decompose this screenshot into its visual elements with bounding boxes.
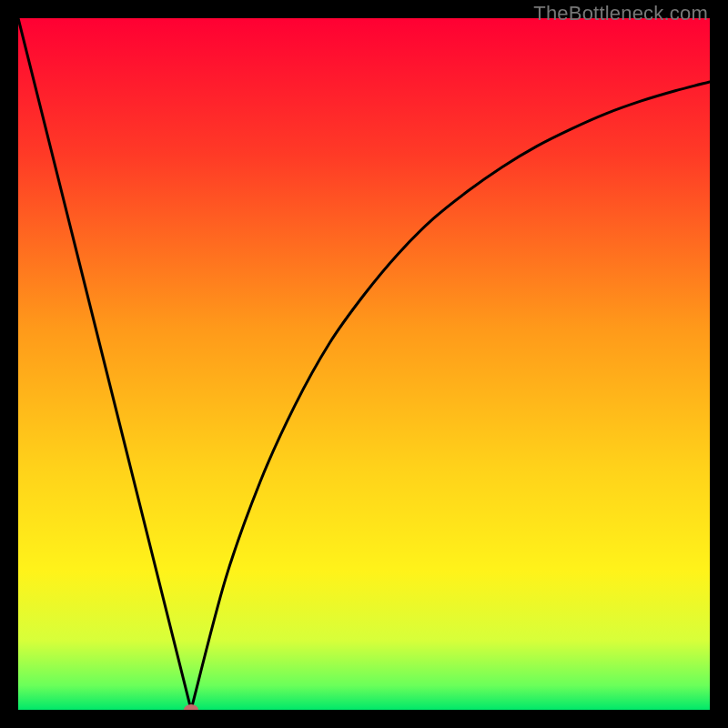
watermark-text: TheBottleneck.com xyxy=(533,2,708,25)
chart-frame xyxy=(18,18,710,710)
chart-svg xyxy=(18,18,710,710)
plot-area xyxy=(18,18,710,710)
gradient-background xyxy=(18,18,710,710)
